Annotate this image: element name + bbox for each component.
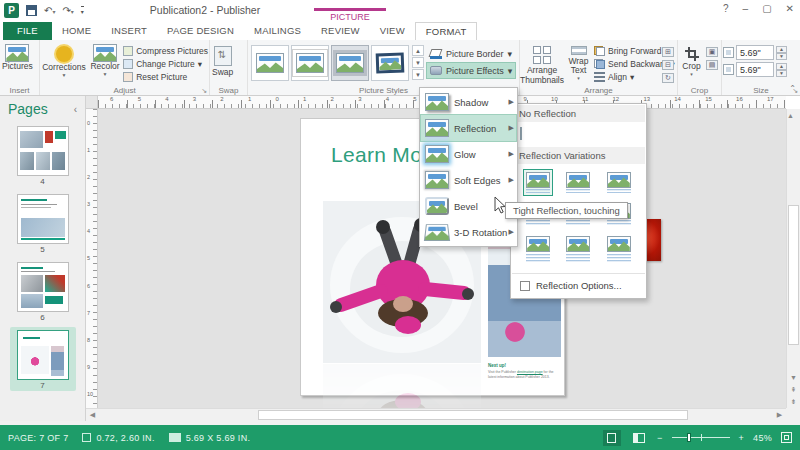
- send-backward-button[interactable]: Send Backward▾: [594, 58, 660, 70]
- wrap-text-icon: [571, 46, 587, 55]
- reset-picture-button[interactable]: Reset Picture: [123, 71, 208, 83]
- picture-style-option[interactable]: [371, 45, 409, 81]
- align-button[interactable]: Align▾: [594, 71, 660, 83]
- wrap-text-button[interactable]: Wrap Text▾: [563, 42, 594, 84]
- caption-link[interactable]: destination page: [517, 370, 543, 374]
- object-size-icon: [169, 433, 181, 442]
- swap-button[interactable]: Swap: [211, 42, 234, 84]
- bring-forward-button[interactable]: Bring Forward▾: [594, 45, 660, 57]
- width-decrease-icon[interactable]: ▼: [776, 70, 787, 77]
- effects-menu-item[interactable]: Reflection ▶: [421, 115, 516, 141]
- corrections-button[interactable]: Corrections▼: [41, 42, 87, 84]
- scroll-right-icon[interactable]: ▶: [773, 409, 786, 421]
- page-thumbnail[interactable]: 5: [10, 191, 76, 255]
- picture-style-option[interactable]: [251, 45, 289, 81]
- ribbon-tab[interactable]: FILE: [3, 22, 52, 40]
- horizontal-scrollbar[interactable]: ◀ ▶: [86, 408, 786, 421]
- previous-page-icon[interactable]: ⇞: [787, 384, 800, 396]
- restore-button[interactable]: ▢: [762, 3, 771, 14]
- object-size[interactable]: 5.69 X 5.69 IN.: [169, 433, 251, 443]
- effects-menu-item[interactable]: Shadow ▶: [421, 89, 516, 115]
- ribbon-tab[interactable]: MAILINGS: [244, 22, 311, 40]
- scroll-up-icon[interactable]: ▲: [787, 112, 794, 119]
- effect-preview-icon: [425, 171, 449, 189]
- reflection-variation[interactable]: [604, 169, 634, 196]
- horizontal-scroll-thumb[interactable]: [258, 410, 688, 420]
- vertical-scroll-thumb[interactable]: [788, 205, 799, 345]
- scroll-down-icon[interactable]: ▼: [787, 372, 800, 384]
- minimize-button[interactable]: –: [743, 3, 749, 14]
- gallery-scroll-up-icon[interactable]: ▲: [412, 45, 424, 56]
- photo-caption[interactable]: Next up!Visit the Publisher destination …: [488, 363, 561, 380]
- zoom-in-button[interactable]: +: [739, 433, 745, 443]
- vertical-scrollbar[interactable]: ▲ ▼ ⇞ ⇟: [786, 109, 800, 408]
- reflection-variation[interactable]: [563, 169, 593, 196]
- ungroup-objects-icon[interactable]: ⊟: [662, 60, 674, 70]
- no-reflection-option[interactable]: [512, 122, 645, 147]
- pictures-button[interactable]: Pictures: [1, 42, 34, 84]
- zoom-slider-thumb[interactable]: [687, 433, 691, 442]
- page-indicator[interactable]: PAGE: 7 OF 7: [8, 433, 68, 443]
- picture-style-option[interactable]: [291, 45, 329, 81]
- reflection-options-item[interactable]: Reflection Options...: [512, 273, 645, 297]
- rotate-objects-icon[interactable]: ↻: [662, 73, 674, 83]
- picture-effects-button[interactable]: Picture Effects▾: [427, 63, 515, 78]
- group-objects-icon[interactable]: ⊞: [662, 47, 674, 57]
- picture-style-option[interactable]: [331, 45, 369, 81]
- ribbon-tab[interactable]: FORMAT: [415, 22, 478, 40]
- reflection-variation[interactable]: [523, 233, 553, 266]
- single-page-view-button[interactable]: [603, 430, 621, 446]
- fit-picture-icon[interactable]: ▣: [706, 47, 718, 57]
- object-position[interactable]: 0.72, 2.60 IN.: [82, 433, 154, 443]
- shape-height-field[interactable]: 5.69": [736, 45, 774, 60]
- ribbon-tab[interactable]: PAGE DESIGN: [157, 22, 244, 40]
- swap-icon: [214, 46, 232, 66]
- reflection-variation[interactable]: [604, 233, 634, 266]
- close-button[interactable]: ✕: [786, 3, 794, 14]
- arrange-thumbnails-button[interactable]: Arrange Thumbnails: [521, 42, 563, 84]
- recolor-button[interactable]: Recolor▼: [87, 42, 123, 84]
- page-thumbnail[interactable]: 7: [10, 327, 76, 391]
- effect-preview-icon: [425, 197, 449, 215]
- chevron-down-icon: ▼: [103, 72, 108, 78]
- submenu-arrow-icon: ▶: [509, 150, 514, 158]
- collapse-ribbon-icon[interactable]: ⌃: [789, 84, 796, 93]
- compress-pictures-button[interactable]: Compress Pictures: [123, 45, 208, 57]
- page-thumbnail[interactable]: 4: [10, 123, 76, 187]
- undo-caret-icon[interactable]: ▾: [52, 9, 55, 15]
- shape-width-field[interactable]: 5.69": [736, 62, 774, 77]
- gallery-scroll-down-icon[interactable]: ▼: [412, 57, 424, 68]
- crop-button[interactable]: Crop▾: [679, 42, 704, 84]
- vertical-ruler[interactable]: 012345678910: [86, 109, 98, 408]
- effects-menu-item[interactable]: Soft Edges ▶: [421, 167, 516, 193]
- save-icon[interactable]: [26, 5, 37, 16]
- height-decrease-icon[interactable]: ▼: [776, 53, 787, 60]
- ribbon-tab[interactable]: VIEW: [370, 22, 415, 40]
- reflection-variation-tight-touching[interactable]: [523, 169, 553, 196]
- height-increase-icon[interactable]: ▲: [776, 46, 787, 53]
- zoom-slider[interactable]: [672, 437, 730, 438]
- picture-border-button[interactable]: Picture Border▾: [427, 46, 515, 61]
- scroll-left-icon[interactable]: ◀: [86, 409, 99, 421]
- effects-menu-item[interactable]: 3-D Rotation ▶: [421, 219, 516, 245]
- gallery-more-icon[interactable]: ▼: [412, 69, 424, 80]
- change-picture-button[interactable]: Change Picture▾: [123, 58, 208, 70]
- collapse-panel-icon[interactable]: ‹: [74, 104, 77, 115]
- zoom-out-button[interactable]: −: [657, 433, 663, 443]
- help-button[interactable]: ?: [723, 3, 729, 14]
- page-thumbnail[interactable]: 6: [10, 259, 76, 323]
- ribbon-tab[interactable]: INSERT: [101, 22, 157, 40]
- effects-menu-item[interactable]: Glow ▶: [421, 141, 516, 167]
- fill-picture-icon[interactable]: ▤: [706, 60, 718, 70]
- two-page-view-button[interactable]: [630, 430, 648, 446]
- width-increase-icon[interactable]: ▲: [776, 63, 787, 70]
- next-page-icon[interactable]: ⇟: [787, 396, 800, 408]
- dialog-launcher-icon[interactable]: ↘: [201, 87, 207, 94]
- undo-button[interactable]: ↶▾: [44, 6, 55, 16]
- reflection-variation[interactable]: [563, 233, 593, 266]
- ribbon-tab[interactable]: REVIEW: [311, 22, 370, 40]
- fit-page-icon[interactable]: [781, 432, 792, 443]
- zoom-level[interactable]: 45%: [753, 433, 772, 443]
- chevron-down-icon: ▾: [630, 72, 634, 82]
- ribbon-tab[interactable]: HOME: [52, 22, 101, 40]
